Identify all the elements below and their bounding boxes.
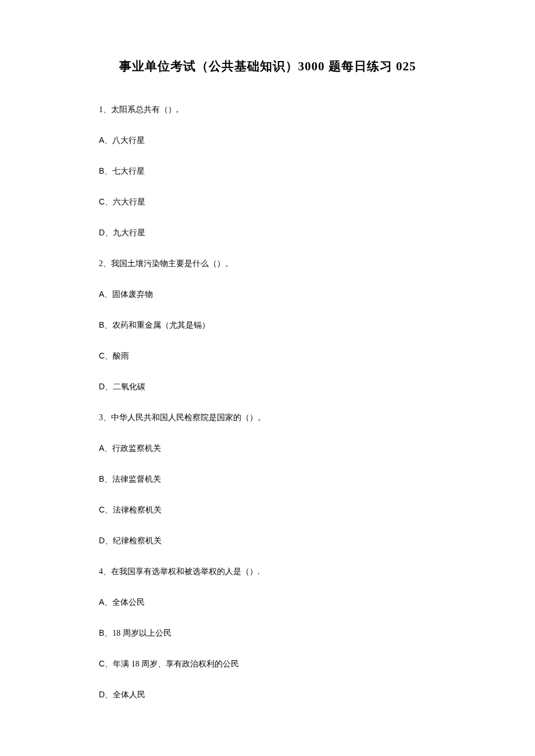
question-text: 4、在我国享有选举权和被选举权的人是（）. bbox=[99, 565, 436, 578]
option-text: 、农药和重金属（尤其是镉） bbox=[104, 321, 210, 329]
option-text: 、六大行星 bbox=[105, 198, 145, 206]
option-text: 、纪律检察机关 bbox=[105, 536, 162, 545]
option-label: A bbox=[99, 443, 104, 453]
option-label: D bbox=[99, 536, 105, 545]
option-text: 、行政监察机关 bbox=[104, 444, 161, 453]
option-label: D bbox=[99, 690, 105, 699]
option: D、二氧化碳 bbox=[99, 381, 436, 393]
option: B、农药和重金属（尤其是镉） bbox=[99, 319, 436, 331]
option-text: 、全体人民 bbox=[105, 690, 145, 699]
option: C、年满 18 周岁、享有政治权利的公民 bbox=[99, 658, 436, 670]
option-label: C bbox=[99, 505, 105, 514]
question-text: 1、太阳系总共有（）, bbox=[99, 103, 436, 116]
option-label: C bbox=[99, 351, 105, 360]
option: A、八大行星 bbox=[99, 134, 436, 146]
questions-container: 1、太阳系总共有（）,A、八大行星B、七大行星C、六大行星D、九大行星2、我国土… bbox=[99, 103, 436, 701]
option: D、九大行星 bbox=[99, 227, 436, 239]
option-text: 、七大行星 bbox=[104, 167, 145, 175]
option-text: 、18 周岁以上公民 bbox=[104, 629, 172, 637]
question-text: 2、我国土壤污染物主要是什么（）。 bbox=[99, 257, 436, 270]
option-label: A bbox=[99, 135, 104, 145]
option-text: 、二氧化碳 bbox=[105, 382, 145, 391]
option-text: 、固体废弃物 bbox=[104, 290, 153, 299]
option-text: 、年满 18 周岁、享有政治权利的公民 bbox=[105, 660, 239, 668]
option: B、18 周岁以上公民 bbox=[99, 627, 436, 639]
question-text: 3、中华人民共和国人民检察院是国家的（）。 bbox=[99, 411, 436, 424]
option-label: B bbox=[99, 320, 104, 329]
option: D、纪律检察机关 bbox=[99, 535, 436, 547]
option: B、七大行星 bbox=[99, 165, 436, 177]
option-label: A bbox=[99, 289, 104, 299]
option-text: 、全体公民 bbox=[104, 598, 145, 607]
option: A、行政监察机关 bbox=[99, 442, 436, 454]
option-label: C bbox=[99, 197, 105, 206]
option: C、六大行星 bbox=[99, 196, 436, 208]
option-label: B bbox=[99, 166, 104, 175]
option: C、酸雨 bbox=[99, 350, 436, 362]
option-text: 、九大行星 bbox=[105, 228, 145, 237]
option-text: 、法律检察机关 bbox=[105, 506, 162, 514]
option-label: B bbox=[99, 474, 104, 483]
page-title: 事业单位考试（公共基础知识）3000 题每日练习 025 bbox=[99, 58, 436, 74]
option-text: 、八大行星 bbox=[104, 136, 145, 145]
option: B、法律监督机关 bbox=[99, 473, 436, 485]
option: C、法律检察机关 bbox=[99, 504, 436, 516]
option-label: D bbox=[99, 382, 105, 391]
option-label: D bbox=[99, 228, 105, 237]
option-text: 、酸雨 bbox=[105, 352, 129, 360]
option-label: B bbox=[99, 628, 104, 637]
option: A、全体公民 bbox=[99, 596, 436, 608]
option-label: A bbox=[99, 597, 104, 607]
option: A、固体废弃物 bbox=[99, 288, 436, 300]
option-text: 、法律监督机关 bbox=[104, 475, 161, 483]
option-label: C bbox=[99, 659, 105, 668]
option: D、全体人民 bbox=[99, 689, 436, 701]
